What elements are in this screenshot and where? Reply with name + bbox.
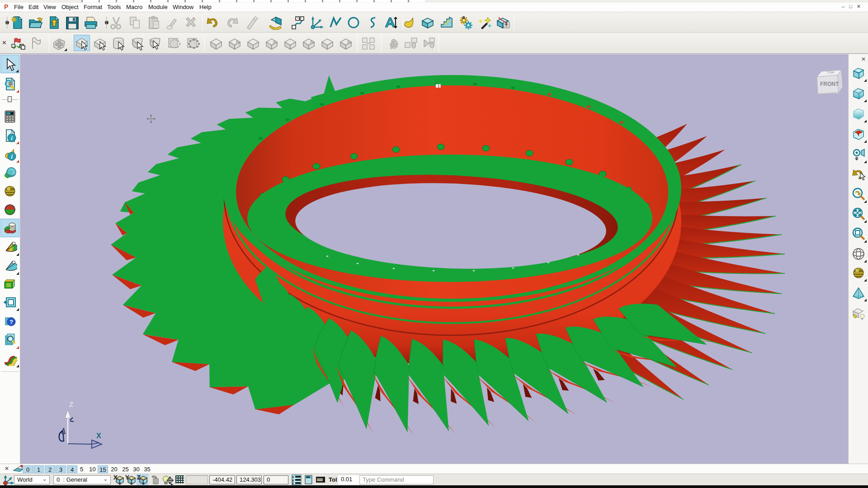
svg-text:?: ? bbox=[9, 319, 13, 325]
svg-text:Z: Z bbox=[69, 400, 73, 408]
svg-text:X: X bbox=[96, 432, 101, 440]
svg-text:z: z bbox=[292, 481, 294, 485]
svg-text:X: X bbox=[113, 474, 118, 481]
svg-text:Y: Y bbox=[125, 474, 129, 481]
svg-text:i: i bbox=[11, 135, 13, 141]
svg-text:i: i bbox=[11, 153, 13, 160]
svg-text:Z: Z bbox=[137, 474, 141, 481]
svg-text:TOP: TOP bbox=[827, 70, 835, 75]
svg-text:FRONT: FRONT bbox=[820, 81, 839, 87]
